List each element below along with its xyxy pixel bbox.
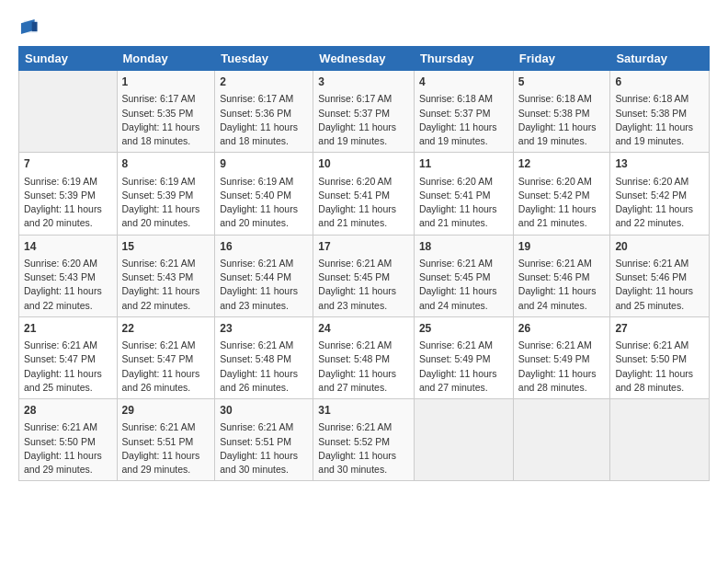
calendar-cell: 6Sunrise: 6:18 AMSunset: 5:38 PMDaylight… xyxy=(610,71,710,153)
calendar-cell: 28Sunrise: 6:21 AMSunset: 5:50 PMDayligh… xyxy=(19,399,118,481)
cell-info: Sunset: 5:37 PM xyxy=(419,107,508,121)
day-number: 11 xyxy=(419,156,508,172)
cell-info: Sunrise: 6:20 AM xyxy=(24,257,112,270)
weekday-header-sunday: Sunday xyxy=(19,47,118,71)
cell-info: Daylight: 11 hours and 19 minutes. xyxy=(518,121,606,148)
cell-info: Daylight: 11 hours and 22 minutes. xyxy=(122,284,210,312)
cell-info: Daylight: 11 hours and 19 minutes. xyxy=(419,121,508,148)
calendar-table: SundayMondayTuesdayWednesdayThursdayFrid… xyxy=(18,46,710,481)
day-number: 8 xyxy=(122,156,210,172)
cell-info: Sunrise: 6:21 AM xyxy=(220,420,308,434)
day-number: 21 xyxy=(24,321,112,337)
calendar-cell xyxy=(19,71,118,153)
calendar-cell: 31Sunrise: 6:21 AMSunset: 5:52 PMDayligh… xyxy=(313,399,415,481)
cell-info: Daylight: 11 hours and 19 minutes. xyxy=(318,121,409,148)
cell-info: Daylight: 11 hours and 27 minutes. xyxy=(419,367,508,395)
calendar-cell: 29Sunrise: 6:21 AMSunset: 5:51 PMDayligh… xyxy=(117,399,215,481)
cell-info: Daylight: 11 hours and 20 minutes. xyxy=(24,202,112,230)
calendar-cell: 15Sunrise: 6:21 AMSunset: 5:43 PMDayligh… xyxy=(117,235,215,316)
cell-info: Daylight: 11 hours and 28 minutes. xyxy=(518,367,606,395)
calendar-cell: 13Sunrise: 6:20 AMSunset: 5:42 PMDayligh… xyxy=(610,153,710,235)
weekday-header-friday: Friday xyxy=(513,47,610,71)
cell-info: Sunset: 5:51 PM xyxy=(122,435,210,449)
cell-info: Daylight: 11 hours and 22 minutes. xyxy=(615,202,704,230)
calendar-cell: 14Sunrise: 6:20 AMSunset: 5:43 PMDayligh… xyxy=(19,235,118,316)
calendar-cell: 20Sunrise: 6:21 AMSunset: 5:46 PMDayligh… xyxy=(610,235,710,316)
cell-info: Sunset: 5:38 PM xyxy=(518,107,606,121)
calendar-cell: 23Sunrise: 6:21 AMSunset: 5:48 PMDayligh… xyxy=(215,316,313,398)
calendar-cell: 1Sunrise: 6:17 AMSunset: 5:35 PMDaylight… xyxy=(117,71,215,153)
cell-info: Daylight: 11 hours and 18 minutes. xyxy=(122,121,210,148)
cell-info: Daylight: 11 hours and 28 minutes. xyxy=(615,367,704,395)
cell-info: Sunrise: 6:18 AM xyxy=(518,92,606,106)
calendar-cell: 8Sunrise: 6:19 AMSunset: 5:39 PMDaylight… xyxy=(117,153,215,235)
calendar-cell: 4Sunrise: 6:18 AMSunset: 5:37 PMDaylight… xyxy=(414,71,513,153)
cell-info: Sunrise: 6:21 AM xyxy=(122,420,210,434)
cell-info: Daylight: 11 hours and 25 minutes. xyxy=(615,284,704,312)
cell-info: Sunset: 5:48 PM xyxy=(220,352,308,366)
cell-info: Sunset: 5:42 PM xyxy=(615,189,704,202)
day-number: 19 xyxy=(518,239,606,255)
day-number: 20 xyxy=(615,239,704,255)
cell-info: Daylight: 11 hours and 25 minutes. xyxy=(24,367,112,395)
day-number: 5 xyxy=(518,75,606,90)
day-number: 16 xyxy=(220,239,308,255)
cell-info: Daylight: 11 hours and 27 minutes. xyxy=(318,367,409,395)
day-number: 22 xyxy=(122,321,210,337)
cell-info: Sunset: 5:43 PM xyxy=(24,270,112,284)
weekday-header-row: SundayMondayTuesdayWednesdayThursdayFrid… xyxy=(19,47,710,71)
cell-info: Sunrise: 6:21 AM xyxy=(220,339,308,352)
calendar-cell: 30Sunrise: 6:21 AMSunset: 5:51 PMDayligh… xyxy=(215,399,313,481)
day-number: 18 xyxy=(419,239,508,255)
cell-info: Sunrise: 6:18 AM xyxy=(419,92,508,106)
cell-info: Daylight: 11 hours and 29 minutes. xyxy=(122,449,210,477)
cell-info: Daylight: 11 hours and 23 minutes. xyxy=(220,284,308,312)
day-number: 3 xyxy=(318,75,409,90)
day-number: 29 xyxy=(122,403,210,419)
week-row-1: 1Sunrise: 6:17 AMSunset: 5:35 PMDaylight… xyxy=(19,71,710,153)
cell-info: Sunrise: 6:18 AM xyxy=(615,92,704,106)
cell-info: Daylight: 11 hours and 24 minutes. xyxy=(419,284,508,312)
day-number: 13 xyxy=(615,156,704,172)
cell-info: Sunset: 5:39 PM xyxy=(24,189,112,202)
header xyxy=(18,17,710,37)
week-row-5: 28Sunrise: 6:21 AMSunset: 5:50 PMDayligh… xyxy=(19,399,710,481)
cell-info: Sunset: 5:38 PM xyxy=(615,107,704,121)
cell-info: Sunrise: 6:21 AM xyxy=(318,339,409,352)
calendar-cell: 22Sunrise: 6:21 AMSunset: 5:47 PMDayligh… xyxy=(117,316,215,398)
cell-info: Sunrise: 6:17 AM xyxy=(122,92,210,106)
cell-info: Sunrise: 6:21 AM xyxy=(419,339,508,352)
cell-info: Sunset: 5:51 PM xyxy=(220,435,308,449)
day-number: 27 xyxy=(615,321,704,337)
cell-info: Sunrise: 6:17 AM xyxy=(318,92,409,106)
day-number: 23 xyxy=(220,321,308,337)
calendar-cell: 2Sunrise: 6:17 AMSunset: 5:36 PMDaylight… xyxy=(215,71,313,153)
logo xyxy=(18,17,42,37)
cell-info: Daylight: 11 hours and 23 minutes. xyxy=(318,284,409,312)
cell-info: Daylight: 11 hours and 26 minutes. xyxy=(220,367,308,395)
calendar-cell: 21Sunrise: 6:21 AMSunset: 5:47 PMDayligh… xyxy=(19,316,118,398)
calendar-cell: 11Sunrise: 6:20 AMSunset: 5:41 PMDayligh… xyxy=(414,153,513,235)
day-number: 30 xyxy=(220,403,308,419)
calendar-cell xyxy=(610,399,710,481)
cell-info: Sunset: 5:49 PM xyxy=(419,352,508,366)
cell-info: Sunset: 5:46 PM xyxy=(615,270,704,284)
cell-info: Daylight: 11 hours and 30 minutes. xyxy=(318,449,409,477)
cell-info: Sunset: 5:46 PM xyxy=(518,270,606,284)
cell-info: Sunrise: 6:19 AM xyxy=(24,175,112,189)
cell-info: Sunset: 5:47 PM xyxy=(24,352,112,366)
cell-info: Sunset: 5:49 PM xyxy=(518,352,606,366)
cell-info: Sunrise: 6:21 AM xyxy=(24,339,112,352)
weekday-header-wednesday: Wednesday xyxy=(313,47,415,71)
day-number: 26 xyxy=(518,321,606,337)
cell-info: Sunrise: 6:21 AM xyxy=(24,420,112,434)
weekday-header-saturday: Saturday xyxy=(610,47,710,71)
day-number: 14 xyxy=(24,239,112,255)
day-number: 15 xyxy=(122,239,210,255)
cell-info: Daylight: 11 hours and 20 minutes. xyxy=(122,202,210,230)
cell-info: Sunrise: 6:20 AM xyxy=(419,175,508,189)
cell-info: Sunrise: 6:20 AM xyxy=(518,175,606,189)
cell-info: Sunrise: 6:21 AM xyxy=(122,339,210,352)
cell-info: Daylight: 11 hours and 19 minutes. xyxy=(615,121,704,148)
cell-info: Sunrise: 6:19 AM xyxy=(122,175,210,189)
